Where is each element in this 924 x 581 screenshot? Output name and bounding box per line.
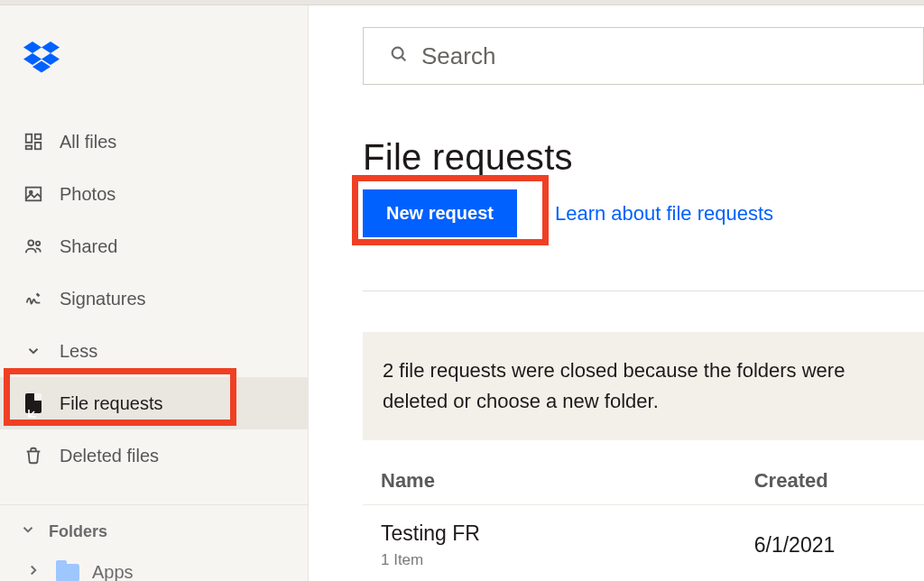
- signature-icon: [23, 289, 43, 309]
- row-subtitle: 1 Item: [381, 551, 754, 569]
- svg-rect-7: [35, 143, 41, 149]
- sidebar-item-label: Photos: [60, 184, 116, 205]
- sidebar-item-label: Shared: [60, 236, 118, 257]
- sidebar-item-label: All files: [60, 132, 116, 152]
- table-row[interactable]: Testing FR 1 Item 6/1/2021: [363, 504, 924, 581]
- svg-rect-8: [26, 146, 32, 150]
- svg-rect-5: [26, 134, 32, 143]
- folders-label: Folders: [49, 522, 107, 541]
- sidebar-item-label: Deleted files: [60, 446, 159, 466]
- chevron-down-icon: [20, 521, 36, 542]
- sidebar-item-photos[interactable]: Photos: [0, 168, 309, 220]
- search-box[interactable]: [363, 27, 924, 85]
- sidebar-item-signatures[interactable]: Signatures: [0, 272, 309, 325]
- folder-label: Apps: [92, 562, 134, 581]
- main-content: File requests New request Learn about fi…: [309, 5, 924, 581]
- file-request-icon: [23, 393, 43, 413]
- folder-icon: [56, 564, 79, 582]
- search-input[interactable]: [421, 42, 873, 70]
- image-icon: [23, 184, 43, 204]
- sidebar: All files Photos Shared Signatures Less: [0, 5, 309, 581]
- column-created[interactable]: Created: [754, 469, 906, 493]
- sidebar-item-less[interactable]: Less: [0, 325, 309, 377]
- section-divider: [363, 290, 924, 291]
- sidebar-item-label: Less: [60, 341, 97, 362]
- search-icon: [389, 44, 409, 68]
- sidebar-item-label: File requests: [60, 393, 163, 414]
- new-request-button[interactable]: New request: [363, 189, 517, 237]
- row-name: Testing FR: [381, 521, 754, 546]
- sidebar-folder-apps[interactable]: Apps: [0, 562, 309, 581]
- page-actions: New request Learn about file requests: [363, 189, 773, 237]
- grid-icon: [23, 132, 43, 152]
- sidebar-item-shared[interactable]: Shared: [0, 220, 309, 272]
- sidebar-folders-section: Folders Apps: [0, 504, 309, 581]
- chevron-right-icon: [25, 562, 42, 581]
- learn-about-link[interactable]: Learn about file requests: [555, 202, 773, 226]
- row-created: 6/1/2021: [754, 533, 906, 558]
- sidebar-item-label: Signatures: [60, 289, 146, 309]
- people-icon: [23, 236, 43, 256]
- sidebar-nav: All files Photos Shared Signatures Less: [0, 115, 309, 482]
- sidebar-item-file-requests[interactable]: File requests: [0, 377, 309, 429]
- svg-point-11: [28, 240, 33, 245]
- sidebar-folders-toggle[interactable]: Folders: [0, 521, 309, 542]
- svg-marker-1: [42, 42, 60, 53]
- svg-marker-0: [23, 42, 42, 53]
- sidebar-item-deleted-files[interactable]: Deleted files: [0, 429, 309, 482]
- dropbox-logo[interactable]: [23, 42, 60, 74]
- chevron-down-icon: [23, 341, 43, 361]
- column-name[interactable]: Name: [381, 469, 754, 493]
- svg-point-12: [36, 242, 40, 245]
- trash-icon: [23, 446, 43, 466]
- sidebar-item-all-files[interactable]: All files: [0, 115, 309, 168]
- svg-rect-6: [35, 134, 41, 140]
- closed-requests-notice: 2 file requests were closed because the …: [363, 332, 924, 440]
- page-title: File requests: [363, 137, 573, 178]
- svg-point-13: [393, 48, 403, 59]
- table-header: Name Created: [363, 456, 924, 509]
